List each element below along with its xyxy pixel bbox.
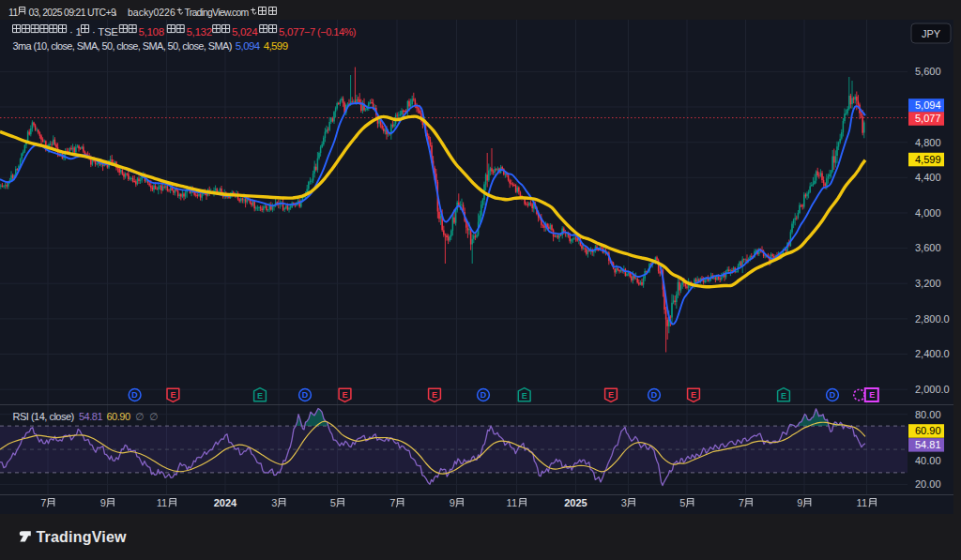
- svg-text:E: E: [342, 390, 347, 400]
- svg-text:11: 11: [8, 7, 19, 18]
- svg-text:D: D: [480, 390, 487, 400]
- svg-text:· 1: · 1: [69, 26, 82, 38]
- svg-text:20.00: 20.00: [915, 478, 941, 490]
- svg-text:5,108: 5,108: [139, 26, 164, 38]
- svg-text:E: E: [432, 390, 437, 400]
- svg-text:2,400.0: 2,400.0: [915, 348, 950, 359]
- svg-text:4,400: 4,400: [915, 172, 941, 183]
- svg-text:4,000: 4,000: [915, 207, 941, 219]
- svg-text:9: 9: [450, 497, 455, 508]
- svg-text:2024: 2024: [214, 497, 237, 508]
- svg-text:40.00: 40.00: [915, 455, 941, 466]
- svg-text:3ma (10, close, SMA, 50, close: 3ma (10, close, SMA, 50, close, SMA, 50,…: [13, 40, 232, 52]
- svg-text:· TSE: · TSE: [92, 26, 118, 38]
- svg-text:7: 7: [40, 497, 46, 508]
- svg-text:4,800: 4,800: [915, 137, 941, 148]
- svg-text:80.00: 80.00: [915, 409, 941, 420]
- svg-text:4,599: 4,599: [264, 40, 288, 52]
- svg-text:RSI (14, close): RSI (14, close): [13, 411, 74, 422]
- svg-text:TradingView: TradingView: [37, 529, 128, 545]
- svg-text:E: E: [781, 391, 786, 401]
- svg-text:2025: 2025: [564, 497, 587, 508]
- svg-text:54.81: 54.81: [79, 411, 102, 422]
- svg-text:E: E: [522, 391, 527, 401]
- svg-text:5,132: 5,132: [187, 26, 212, 38]
- svg-text:5: 5: [330, 497, 336, 508]
- svg-text:5,094: 5,094: [236, 40, 261, 52]
- svg-text:5: 5: [679, 497, 685, 508]
- svg-text:E: E: [170, 390, 175, 400]
- svg-text:2,800.0: 2,800.0: [915, 313, 950, 325]
- svg-text:JPY: JPY: [922, 28, 941, 39]
- svg-text:3,600: 3,600: [915, 242, 941, 253]
- svg-text:∅ ∅: ∅ ∅: [135, 411, 158, 422]
- svg-text:backy0226: backy0226: [128, 7, 175, 18]
- svg-text:E: E: [608, 390, 614, 400]
- svg-text:5,077: 5,077: [279, 26, 304, 38]
- svg-text:03, 2025 09:21 UTC+9: 03, 2025 09:21 UTC+9: [29, 7, 116, 18]
- svg-text:5,094: 5,094: [915, 99, 941, 111]
- svg-text:60.90: 60.90: [107, 411, 130, 422]
- svg-text:D: D: [651, 390, 658, 400]
- svg-text:D: D: [302, 390, 309, 400]
- svg-text:D: D: [131, 390, 138, 400]
- svg-text:E: E: [257, 391, 263, 401]
- svg-text:4,599: 4,599: [915, 154, 941, 165]
- svg-text:5,024: 5,024: [232, 26, 258, 38]
- svg-text:9: 9: [100, 497, 106, 508]
- svg-text:E: E: [869, 390, 875, 400]
- svg-text:3: 3: [621, 497, 627, 508]
- svg-text:D: D: [830, 390, 836, 400]
- svg-text:11: 11: [857, 497, 867, 508]
- svg-text:3: 3: [271, 497, 277, 508]
- svg-text:5,600: 5,600: [915, 66, 941, 77]
- svg-text:E: E: [691, 390, 696, 400]
- svg-text:5,077: 5,077: [915, 113, 941, 124]
- svg-text:11: 11: [157, 497, 167, 508]
- svg-text:3,200: 3,200: [915, 278, 941, 289]
- svg-text:TradingView.com: TradingView.com: [185, 7, 250, 18]
- svg-text:9: 9: [797, 497, 802, 508]
- svg-text:54.81: 54.81: [915, 439, 941, 450]
- svg-text:60.90: 60.90: [915, 425, 941, 436]
- svg-text:−7 (−0.14%): −7 (−0.14%): [304, 26, 356, 38]
- svg-text:7: 7: [389, 497, 395, 508]
- svg-text:7: 7: [739, 497, 744, 508]
- svg-text:11: 11: [507, 497, 517, 508]
- svg-text:2,000.0: 2,000.0: [915, 384, 950, 395]
